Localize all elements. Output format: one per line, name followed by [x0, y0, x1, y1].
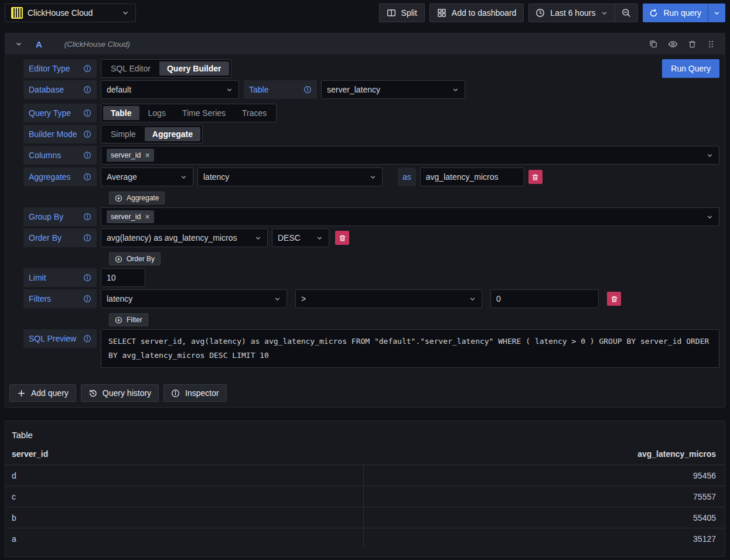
filter-operator-select[interactable]: >: [295, 289, 482, 308]
query-editor-panel: A (ClickHouse Cloud) Editor Type SQL Edi…: [5, 33, 725, 408]
cell-avg-latency: 35127: [363, 528, 725, 549]
chevron-down-icon: [469, 295, 476, 303]
info-icon: [83, 274, 91, 282]
group-by-row: Group By server_id ×: [23, 207, 719, 226]
add-to-dashboard-button[interactable]: Add to dashboard: [429, 4, 524, 22]
collapse-caret-icon[interactable]: [15, 40, 23, 48]
inspector-button[interactable]: Inspector: [163, 384, 227, 402]
add-order-by-button[interactable]: Order By: [109, 252, 161, 265]
time-range-picker[interactable]: Last 6 hours: [529, 4, 615, 22]
hide-response-eye-icon[interactable]: [668, 39, 678, 49]
plus-circle-icon: [115, 255, 122, 263]
query-type-option-table[interactable]: Table: [103, 106, 139, 120]
chevron-down-icon: [274, 295, 281, 303]
order-by-direction-select[interactable]: DESC: [272, 228, 329, 247]
database-label: Database: [23, 80, 97, 99]
info-icon: [83, 151, 91, 159]
query-row-actions: [649, 39, 715, 49]
cell-server-id: a: [5, 528, 363, 549]
query-datasource-hint: (ClickHouse Cloud): [64, 40, 130, 49]
aggregates-label: Aggregates: [23, 168, 97, 186]
database-table-row: Database default Table server_latency: [23, 80, 719, 99]
aggregate-alias-input[interactable]: [420, 168, 524, 186]
run-query-button[interactable]: Run query: [643, 4, 708, 22]
editor-type-option-sql[interactable]: SQL Editor: [103, 62, 158, 76]
time-range-label: Last 6 hours: [550, 8, 595, 18]
query-type-row: Query Type Table Logs Time Series Traces: [23, 104, 719, 122]
remove-order-by-button[interactable]: [335, 231, 349, 245]
columns-multiselect[interactable]: server_id ×: [101, 146, 719, 165]
info-icon: [83, 295, 91, 303]
query-builder-form: Editor Type SQL Editor Query Builder Run…: [5, 54, 725, 368]
filter-value-input[interactable]: [490, 289, 599, 308]
order-by-field-select[interactable]: avg(latency) as avg_latency_micros: [101, 228, 268, 247]
info-icon: [83, 334, 91, 343]
chevron-down-icon: [713, 9, 721, 17]
info-circle-icon: [171, 389, 180, 398]
query-history-button[interactable]: Query history: [81, 384, 159, 402]
drag-handle-icon[interactable]: [707, 40, 715, 49]
add-filter-row: Filter: [109, 313, 719, 326]
chevron-down-icon: [316, 234, 323, 242]
chevron-down-icon: [121, 9, 129, 17]
chevron-down-icon: [369, 173, 377, 181]
duplicate-query-icon[interactable]: [649, 39, 658, 49]
filter-column-select[interactable]: latency: [101, 289, 287, 308]
remove-aggregate-button[interactable]: [528, 170, 543, 184]
builder-mode-toggle: Simple Aggregate: [101, 125, 203, 144]
table-row[interactable]: c 75557: [5, 486, 725, 507]
datasource-picker[interactable]: ClickHouse Cloud: [5, 4, 136, 22]
group-by-chip-server-id: server_id ×: [107, 210, 154, 223]
cell-server-id: c: [5, 486, 363, 507]
trash-icon: [531, 173, 539, 181]
column-header-avg-latency[interactable]: avg_latency_micros: [363, 449, 725, 459]
table-row[interactable]: a 35127: [5, 528, 725, 549]
plus-circle-icon: [115, 316, 122, 324]
add-query-button[interactable]: Add query: [9, 384, 76, 402]
table-row[interactable]: d 95456: [5, 465, 725, 486]
query-type-option-traces[interactable]: Traces: [234, 106, 274, 120]
columns-row: Columns server_id ×: [23, 146, 719, 165]
add-aggregate-button[interactable]: Aggregate: [109, 192, 165, 204]
run-query-dropdown[interactable]: [708, 4, 725, 22]
info-icon: [83, 64, 91, 73]
add-filter-button[interactable]: Filter: [109, 313, 148, 326]
table-label: Table: [244, 80, 317, 99]
add-aggregate-row: Aggregate: [109, 192, 719, 204]
editor-type-toggle: SQL Editor Query Builder: [101, 59, 231, 78]
plus-icon: [17, 389, 26, 398]
query-ref-id[interactable]: A: [36, 39, 42, 49]
query-type-option-logs[interactable]: Logs: [141, 106, 173, 120]
database-select[interactable]: default: [101, 80, 239, 99]
remove-filter-button[interactable]: [607, 292, 621, 306]
remove-chip-icon[interactable]: ×: [145, 151, 149, 159]
split-button[interactable]: Split: [379, 4, 425, 22]
editor-type-option-builder[interactable]: Query Builder: [159, 62, 229, 76]
chevron-down-icon: [706, 152, 714, 159]
sql-preview-text: SELECT server_id, avg(latency) as avg_la…: [101, 329, 719, 368]
explore-actions: Add query Query history Inspector: [5, 368, 725, 407]
table-row[interactable]: b 55405: [5, 507, 725, 528]
limit-input[interactable]: [101, 268, 145, 287]
zoom-out-time-button[interactable]: [615, 4, 637, 22]
as-label: as: [398, 168, 416, 186]
query-type-option-timeseries[interactable]: Time Series: [175, 106, 233, 120]
cell-server-id: d: [5, 465, 363, 486]
column-header-server-id[interactable]: server_id: [5, 449, 363, 459]
info-icon: [83, 86, 91, 94]
trash-icon: [610, 295, 618, 303]
panel-run-query-button[interactable]: Run Query: [662, 59, 719, 78]
builder-mode-option-simple[interactable]: Simple: [103, 127, 144, 141]
aggregate-column-select[interactable]: latency: [197, 168, 383, 186]
table-select[interactable]: server_latency: [321, 80, 465, 99]
remove-query-trash-icon[interactable]: [688, 40, 697, 49]
group-by-multiselect[interactable]: server_id ×: [101, 207, 719, 226]
plus-circle-icon: [115, 194, 122, 202]
info-icon: [303, 86, 312, 94]
split-icon: [387, 8, 396, 18]
dashboard-grid-icon: [437, 8, 446, 18]
aggregate-function-select[interactable]: Average: [101, 168, 193, 186]
remove-chip-icon[interactable]: ×: [145, 213, 149, 221]
builder-mode-option-aggregate[interactable]: Aggregate: [145, 127, 200, 141]
clickhouse-logo-icon: [11, 7, 23, 19]
